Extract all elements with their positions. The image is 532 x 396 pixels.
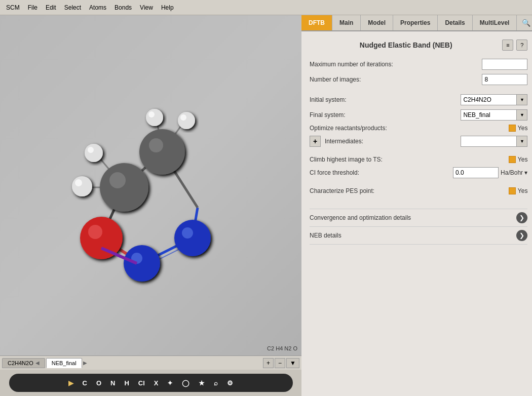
molecule-canvas[interactable]: C2 H4 N2 O — [0, 15, 301, 355]
svg-point-26 — [148, 111, 155, 117]
tab-bar: C2H4N2O ◀ NEB_final ▶ + − ▼ — [0, 355, 301, 370]
optimize-label: Optimize reactants/products: — [310, 125, 387, 132]
climb-checkbox[interactable] — [509, 156, 516, 163]
intermediates-dropdown: ▼ — [461, 136, 527, 147]
num-images-label: Number of images: — [310, 76, 361, 83]
menu-file[interactable]: File — [24, 2, 42, 13]
intermediates-row: + Intermediates: ▼ — [310, 136, 527, 147]
tab-main[interactable]: Main — [332, 15, 361, 30]
panel-menu-icon[interactable]: ≡ — [502, 39, 513, 51]
svg-point-17 — [100, 163, 148, 212]
expand-neb[interactable]: NEB details ❯ — [310, 226, 527, 245]
search-icon-btn[interactable]: 🔍 — [517, 16, 532, 30]
tab-model[interactable]: Model — [361, 15, 393, 30]
expand-neb-btn[interactable]: ❯ — [516, 230, 527, 241]
intermediates-input[interactable] — [461, 136, 516, 147]
tab-multilevel[interactable]: MultiLevel — [473, 15, 517, 30]
tool-gear[interactable]: ⚙ — [224, 378, 236, 388]
ci-force-input[interactable] — [453, 167, 499, 178]
expand-convergence[interactable]: Convergence and optimization details ❯ — [310, 209, 527, 226]
left-bottom: C2H4N2O ◀ NEB_final ▶ + − ▼ ▶ C O N — [0, 355, 301, 396]
panel-title-row: Nudged Elastic Band (NEB) ≡ ? — [310, 39, 527, 51]
tool-H[interactable]: H — [122, 378, 131, 388]
mol-label: C2 H4 N2 O — [267, 345, 297, 351]
climb-value: Yes — [518, 156, 528, 163]
characterize-value: Yes — [518, 187, 528, 194]
climb-row: Climb highest image to TS: Yes — [310, 156, 527, 163]
initial-system-label: Initial system: — [310, 96, 347, 103]
tab-c2h4n2o-arrow[interactable]: ◀ — [35, 360, 40, 366]
intermediates-label: Intermediates: — [325, 138, 363, 145]
tool-select[interactable]: ▶ — [66, 378, 76, 388]
optimize-checkbox[interactable] — [509, 125, 516, 132]
intermediates-add-btn[interactable]: + — [310, 136, 321, 147]
right-tabs: DFTB Main Model Properties Details Multi… — [301, 15, 532, 31]
menu-atoms[interactable]: Atoms — [85, 2, 110, 13]
tool-dot[interactable]: ✦ — [165, 378, 175, 388]
bottom-toolbar: ▶ C O N H Cl X ✦ ◯ ★ ⌕ ⚙ — [9, 374, 293, 392]
svg-point-18 — [109, 172, 126, 188]
svg-point-24 — [75, 179, 82, 186]
svg-point-23 — [72, 176, 92, 196]
tab-menu-btn[interactable]: ▼ — [286, 358, 299, 368]
tab-forward-arrow[interactable]: ▶ — [83, 360, 87, 366]
svg-point-27 — [178, 112, 195, 129]
tool-ring[interactable]: ◯ — [179, 378, 192, 388]
right-panel: DFTB Main Model Properties Details Multi… — [301, 15, 532, 396]
num-images-input[interactable] — [482, 74, 527, 85]
initial-system-row: Initial system: ▼ — [310, 94, 527, 105]
expand-neb-label: NEB details — [310, 232, 516, 239]
characterize-label: Characterize PES point: — [310, 187, 374, 194]
menu-bonds[interactable]: Bonds — [110, 2, 136, 13]
svg-point-19 — [139, 129, 185, 175]
climb-label: Climb highest image to TS: — [310, 156, 383, 163]
max-iterations-input[interactable] — [482, 59, 527, 70]
tool-Cl[interactable]: Cl — [136, 378, 147, 388]
menu-view[interactable]: View — [136, 2, 157, 13]
menu-edit[interactable]: Edit — [42, 2, 60, 13]
svg-point-13 — [124, 245, 160, 282]
ci-force-unit[interactable]: Ha/Bohr ▾ — [501, 169, 527, 176]
tab-dftb[interactable]: DFTB — [301, 15, 332, 30]
menu-select[interactable]: Select — [60, 2, 85, 13]
right-content: Nudged Elastic Band (NEB) ≡ ? Maximum nu… — [301, 31, 532, 396]
initial-system-dropdown: ▼ — [461, 94, 527, 105]
main-layout: C2 H4 N2 O C2H4N2O ◀ NEB_final ▶ + − ▼ — [0, 15, 532, 396]
characterize-checkbox[interactable] — [509, 187, 516, 194]
svg-point-28 — [180, 114, 186, 121]
tab-properties[interactable]: Properties — [393, 15, 438, 30]
final-system-label: Final system: — [310, 111, 346, 118]
panel-help-icon[interactable]: ? — [516, 39, 527, 51]
final-system-row: Final system: ▼ — [310, 109, 527, 121]
panel-title: Nudged Elastic Band (NEB) — [310, 41, 502, 49]
tool-O[interactable]: O — [94, 378, 104, 388]
svg-point-20 — [149, 138, 163, 152]
expand-convergence-label: Convergence and optimization details — [310, 214, 516, 221]
ci-force-row: CI force threshold: Ha/Bohr ▾ — [310, 167, 527, 178]
tool-star[interactable]: ★ — [196, 378, 207, 388]
initial-system-input[interactable] — [461, 94, 516, 105]
ci-force-label: CI force threshold: — [310, 169, 359, 176]
tool-search[interactable]: ⌕ — [211, 378, 220, 388]
svg-point-25 — [146, 109, 163, 126]
final-system-dropdown: ▼ — [461, 109, 527, 121]
num-images-row: Number of images: — [310, 74, 527, 85]
tab-details[interactable]: Details — [438, 15, 472, 30]
max-iterations-label: Maximum number of iterations: — [310, 61, 393, 68]
menu-scm[interactable]: SCM — [2, 2, 24, 13]
tool-X[interactable]: X — [151, 378, 161, 388]
final-system-input[interactable] — [461, 109, 516, 121]
tab-c2h4n2o[interactable]: C2H4N2O ◀ — [2, 358, 45, 368]
expand-convergence-btn[interactable]: ❯ — [516, 212, 527, 223]
initial-system-arrow[interactable]: ▼ — [516, 94, 527, 105]
tab-add-btn[interactable]: + — [263, 358, 274, 368]
menu-help[interactable]: Help — [157, 2, 178, 13]
intermediates-arrow[interactable]: ▼ — [516, 136, 527, 147]
max-iterations-row: Maximum number of iterations: — [310, 59, 527, 70]
tool-N[interactable]: N — [108, 378, 118, 388]
optimize-row: Optimize reactants/products: Yes — [310, 125, 527, 132]
tab-neb-final[interactable]: NEB_final — [46, 358, 82, 368]
final-system-arrow[interactable]: ▼ — [516, 109, 527, 121]
tool-C[interactable]: C — [80, 378, 90, 388]
tab-remove-btn[interactable]: − — [275, 358, 285, 368]
